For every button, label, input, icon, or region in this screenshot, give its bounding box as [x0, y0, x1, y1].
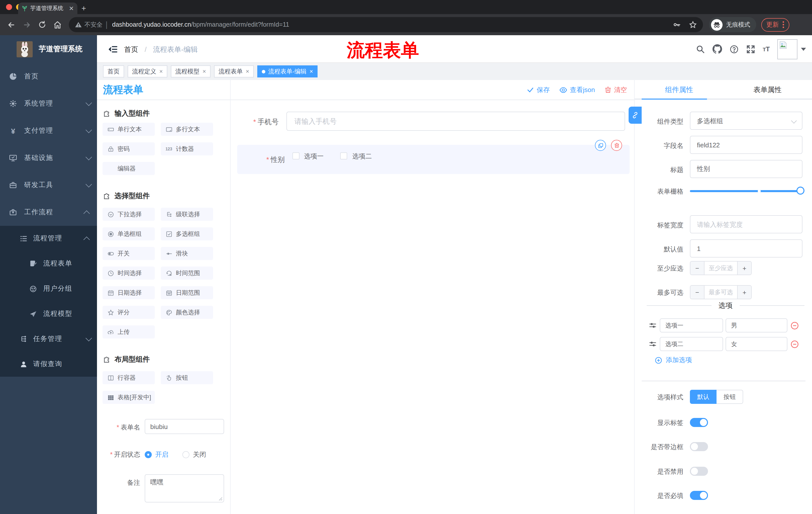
drag-handle-icon[interactable] [649, 321, 657, 329]
option2-value-input[interactable] [726, 337, 787, 351]
clear-button[interactable]: 清空 [605, 85, 627, 94]
tag-close-icon[interactable]: × [159, 68, 163, 75]
tab-component-props[interactable]: 组件属性 [635, 80, 724, 100]
reload-icon[interactable] [38, 21, 46, 29]
palette-item-button[interactable]: 按钮 [161, 371, 213, 384]
increase-button[interactable]: + [737, 286, 751, 299]
sidebar-item-home[interactable]: 首页 [0, 63, 97, 90]
disabled-toggle[interactable] [690, 467, 708, 476]
sidebar-item-system[interactable]: 系统管理 [0, 90, 97, 117]
help-icon[interactable] [730, 45, 738, 54]
palette-item-checkbox-group[interactable]: 多选框组 [161, 227, 213, 240]
radio-off[interactable]: 关闭 [182, 450, 206, 459]
palette-item-date-picker[interactable]: 日期选择 [103, 286, 155, 299]
breadcrumb-home[interactable]: 首页 [124, 45, 138, 53]
collapse-sidebar-icon[interactable] [109, 45, 118, 54]
title-input[interactable] [690, 160, 803, 178]
tag-close-icon[interactable]: × [246, 68, 249, 75]
password-key-icon[interactable] [673, 21, 681, 29]
palette-item-textarea[interactable]: 多行文本 [161, 123, 213, 136]
sidebar-item-leave-query[interactable]: 请假查询 [0, 352, 97, 377]
sidebar-item-workflow[interactable]: 工作流程 [0, 199, 97, 226]
tag-close-icon[interactable]: × [310, 68, 313, 75]
decrease-button[interactable]: − [690, 286, 704, 299]
palette-item-editor[interactable]: 编辑器 [103, 162, 155, 175]
palette-item-time-range[interactable]: 时间范围 [161, 267, 213, 280]
sidebar-item-process-form[interactable]: 流程表单 [0, 251, 97, 276]
browser-menu-icon[interactable] [782, 21, 784, 28]
tag-process-def[interactable]: 流程定义× [127, 65, 167, 77]
sidebar-item-pay[interactable]: ¥ 支付管理 [0, 117, 97, 144]
option1-value-input[interactable] [726, 318, 787, 332]
resize-handle-icon[interactable] [219, 497, 223, 501]
gender-option2-label[interactable]: 选项二 [352, 152, 372, 161]
max-stepper-input[interactable] [704, 286, 737, 299]
sidebar-item-user-group[interactable]: 用户分组 [0, 276, 97, 301]
remove-option-icon[interactable] [790, 321, 799, 330]
show-label-toggle[interactable] [690, 418, 708, 427]
tag-process-form[interactable]: 流程表单× [214, 65, 254, 77]
save-button[interactable]: 保存 [527, 85, 550, 94]
remove-option-icon[interactable] [790, 340, 799, 349]
browser-tab[interactable]: 芋道管理系统 ✕ [18, 2, 77, 14]
fullscreen-icon[interactable] [746, 45, 755, 54]
gender-option1-label[interactable]: 选项一 [304, 152, 324, 161]
palette-item-time-picker[interactable]: 时间选择 [103, 267, 155, 280]
default-value-input[interactable] [690, 239, 803, 258]
palette-item-single-text[interactable]: 单行文本 [103, 123, 155, 136]
tag-home[interactable]: 首页 [103, 65, 124, 77]
tab-close-icon[interactable]: ✕ [69, 5, 74, 12]
palette-item-radio-group[interactable]: 单选框组 [103, 227, 155, 240]
palette-item-select[interactable]: 下拉选择 [103, 208, 155, 221]
security-label[interactable]: 不安全 [84, 20, 103, 29]
grid-slider[interactable] [690, 190, 800, 192]
new-tab-button[interactable]: + [81, 2, 86, 14]
radio-on[interactable]: 开启 [145, 450, 168, 459]
drag-handle-icon[interactable] [649, 340, 657, 348]
option2-label-input[interactable] [660, 337, 723, 351]
type-select[interactable]: 多选框组 [690, 112, 803, 130]
form-name-input[interactable] [145, 419, 224, 434]
sidebar-item-process-model[interactable]: 流程模型 [0, 301, 97, 326]
decrease-button[interactable]: − [690, 262, 704, 275]
sidebar-item-process-mgmt[interactable]: 流程管理 [0, 226, 97, 251]
palette-item-counter[interactable]: 123计数器 [161, 142, 213, 155]
tab-form-props[interactable]: 表单属性 [723, 80, 812, 100]
bookmark-star-icon[interactable] [689, 21, 697, 29]
remark-textarea[interactable]: 嘿嘿 [145, 474, 224, 503]
phone-input[interactable] [286, 112, 625, 131]
border-toggle[interactable] [690, 442, 708, 451]
sidebar-item-task-mgmt[interactable]: 任务管理 [0, 326, 97, 352]
style-button-button[interactable]: 按钮 [717, 390, 743, 404]
forward-icon[interactable] [23, 20, 31, 29]
update-button[interactable]: 更新 [761, 18, 789, 31]
palette-item-password[interactable]: 密码 [103, 142, 155, 155]
sidebar-logo[interactable]: 芋道管理系统 [0, 35, 97, 63]
field-name-input[interactable] [690, 136, 803, 154]
palette-item-cascader[interactable]: 级联选择 [161, 208, 213, 221]
address-bar[interactable]: 不安全 | dashboard.yudao.iocoder.cn /bpm/ma… [69, 17, 703, 32]
selected-component-gender[interactable]: *性别 选项一 选项二 [237, 145, 630, 174]
view-json-button[interactable]: 查看json [559, 85, 595, 94]
required-toggle[interactable] [690, 491, 708, 500]
palette-item-slider[interactable]: 滑块 [161, 247, 213, 260]
min-stepper-input[interactable] [704, 262, 737, 275]
slider-handle[interactable] [796, 187, 805, 195]
avatar-caret-icon[interactable] [801, 48, 806, 51]
style-default-button[interactable]: 默认 [690, 390, 717, 404]
sidebar-item-devtool[interactable]: 研发工具 [0, 171, 97, 199]
palette-item-row-container[interactable]: 行容器 [103, 371, 155, 384]
increase-button[interactable]: + [737, 262, 751, 275]
option1-label-input[interactable] [660, 318, 723, 332]
not-secure-warning-icon[interactable] [75, 21, 82, 28]
palette-item-upload[interactable]: 上传 [103, 325, 155, 339]
back-icon[interactable] [7, 20, 16, 29]
sidebar-item-infra[interactable]: 基础设施 [0, 144, 97, 171]
tag-active[interactable]: 流程表单-编辑× [257, 65, 318, 77]
home-icon[interactable] [53, 20, 62, 29]
tag-process-model[interactable]: 流程模型× [171, 65, 210, 77]
add-option-button[interactable]: 添加选项 [655, 356, 692, 364]
copy-component-button[interactable] [595, 140, 606, 151]
palette-item-date-range[interactable]: 日期范围 [161, 286, 213, 299]
label-width-input[interactable] [690, 215, 803, 233]
